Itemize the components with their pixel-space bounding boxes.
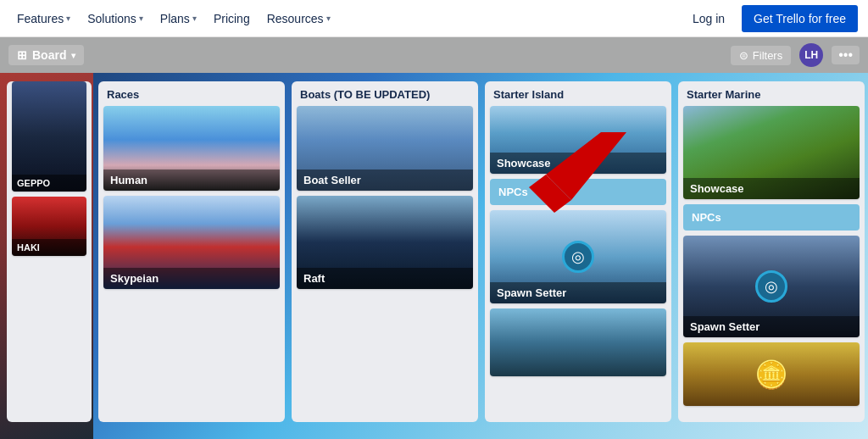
board-icon: ⊞ [17,48,27,62]
card-boat-seller[interactable]: Boat Seller [297,106,473,191]
partial-left-cards: GEPPO HAKI [7,81,92,422]
list-races: Races Human Skypeian [98,81,285,422]
board-header-bar: ⊞ Board ▾ ⊜ Filters LH ••• [0,37,868,73]
npcs-marine-section: NPCs [683,204,860,231]
filter-icon: ⊜ [739,49,748,62]
races-list-header: Races [98,81,285,106]
resources-chevron: ▾ [326,14,331,23]
card-skypeian[interactable]: Skypeian [103,196,280,289]
nav-solutions[interactable]: Solutions ▾ [81,7,150,31]
spawn-icon-marine: ◎ [755,270,787,303]
spawn-setter-marine-label: Spawn Setter [683,316,860,337]
list-boats: Boats (TO BE UPDATED) Boat Seller Raft [292,81,478,422]
resources-label: Resources [267,12,324,25]
pricing-label: Pricing [214,12,250,25]
card-bottom-starter[interactable] [490,308,666,376]
card-showcase-starter[interactable]: Showcase [490,106,666,174]
spawn-setter-starter-label: Spawn Setter [490,282,666,303]
card-human[interactable]: Human [103,106,280,191]
features-label: Features [17,12,64,25]
nav-pricing[interactable]: Pricing [207,7,257,31]
more-options-button[interactable]: ••• [832,46,860,64]
npcs-starter-section: NPCs [490,179,666,205]
starter-marine-cards: Showcase NPCs ◎ Spawn Setter 🪙 [678,106,865,422]
nav-left-items: Features ▾ Solutions ▾ Plans ▾ Pricing R… [10,7,682,31]
card-spawn-setter-starter[interactable]: ◎ Spawn Setter [490,210,666,303]
showcase-starter-label: Showcase [490,153,666,174]
nav-resources[interactable]: Resources ▾ [260,7,337,31]
coin-icon: 🪙 [754,358,788,391]
card-showcase-marine[interactable]: Showcase [683,106,860,199]
showcase-marine-label: Showcase [683,178,860,199]
lists-container: GEPPO HAKI Races Human [0,73,868,439]
list-starter-marine: Starter Marine Showcase NPCs ◎ Spawn Set… [678,81,865,422]
solutions-chevron: ▾ [139,14,143,23]
more-icon: ••• [838,47,853,62]
nav-features[interactable]: Features ▾ [10,7,77,31]
login-button[interactable]: Log in [682,7,735,31]
raft-label: Raft [297,268,473,289]
card-raft[interactable]: Raft [297,196,473,289]
plans-chevron: ▾ [192,14,197,23]
features-chevron: ▾ [66,14,70,23]
card-geppo[interactable]: GEPPO [12,81,86,192]
board-area: GEPPO HAKI Races Human [0,73,868,439]
geppo-label: GEPPO [12,175,86,192]
skypeian-label: Skypeian [103,268,280,289]
geppo-image: GEPPO [12,81,86,192]
nav-right-items: Log in Get Trello for free [682,5,858,32]
haki-label: HAKI [12,239,86,256]
spawn-icon-starter: ◎ [562,241,594,273]
boats-list-header: Boats (TO BE UPDATED) [292,81,478,106]
card-haki[interactable]: HAKI [12,197,86,256]
starter-marine-header: Starter Marine [678,81,865,106]
board-view-button[interactable]: ⊞ Board ▾ [8,45,84,65]
list-partial-left: GEPPO HAKI [7,81,92,422]
board-title-label: Board [32,48,66,62]
board-title-chevron: ▾ [71,51,75,60]
coin-marine-image: 🪙 [683,342,860,406]
filters-button[interactable]: ⊜ Filters [731,46,791,65]
boats-cards: Boat Seller Raft [292,106,478,422]
human-label: Human [103,169,280,191]
boat-seller-label: Boat Seller [297,169,473,191]
races-cards: Human Skypeian [98,106,285,422]
solutions-label: Solutions [87,12,136,25]
starter-island-cards: Showcase NPCs ◎ Spawn Setter [485,106,671,422]
card-coin-marine[interactable]: 🪙 [683,342,860,406]
top-navigation: Features ▾ Solutions ▾ Plans ▾ Pricing R… [0,0,868,37]
list-starter-island: Starter Island Showcase NPCs ◎ Spawn Set… [485,81,671,422]
bottom-starter-image [490,308,666,376]
plans-label: Plans [160,12,190,25]
starter-island-header: Starter Island [485,81,671,106]
haki-image: HAKI [12,197,86,256]
card-spawn-setter-marine[interactable]: ◎ Spawn Setter [683,236,860,337]
avatar[interactable]: LH [799,43,823,67]
get-trello-button[interactable]: Get Trello for free [742,5,858,32]
filters-label: Filters [753,49,782,62]
nav-plans[interactable]: Plans ▾ [153,7,203,31]
